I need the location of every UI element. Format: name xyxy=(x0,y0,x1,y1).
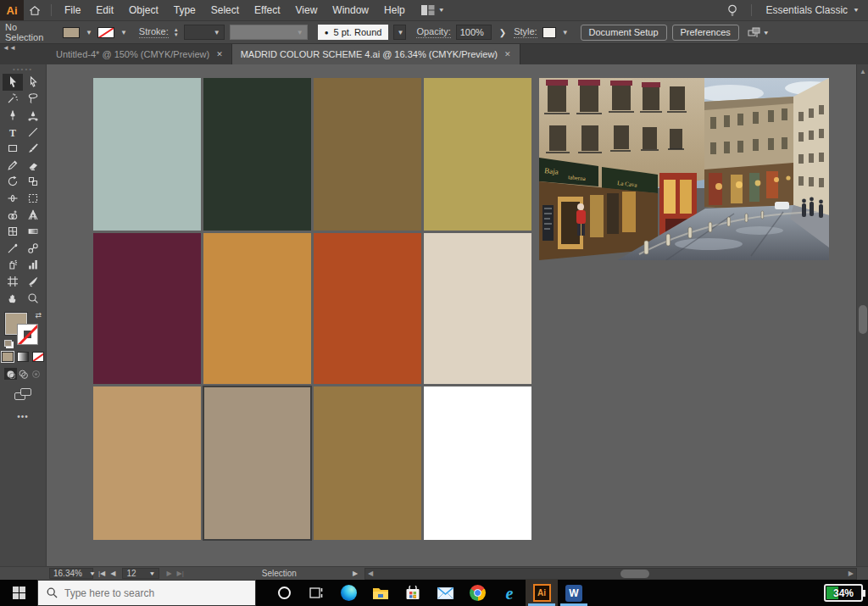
close-icon[interactable]: ✕ xyxy=(216,50,223,58)
illustrator-taskbar-button[interactable]: Ai xyxy=(526,580,558,606)
style-label[interactable]: Style: xyxy=(514,26,537,38)
last-artboard-button[interactable]: ▶| xyxy=(177,570,184,577)
next-artboard-button[interactable]: ▶ xyxy=(166,570,171,577)
chevron-down-icon[interactable]: ▼ xyxy=(562,29,569,36)
color-button[interactable] xyxy=(2,352,14,362)
vertical-scrollbar-thumb[interactable] xyxy=(859,305,867,334)
scroll-up-arrow[interactable]: ▲ xyxy=(857,68,868,75)
zoom-tool[interactable] xyxy=(23,290,43,307)
zoom-level-field[interactable]: 16.34% ▼ xyxy=(49,568,93,579)
pen-tool[interactable] xyxy=(3,107,23,124)
mesh-tool[interactable] xyxy=(3,223,23,240)
start-button[interactable] xyxy=(0,580,37,606)
chevron-down-icon[interactable]: ▼ xyxy=(86,29,92,36)
microsoft-store-button[interactable] xyxy=(397,580,429,606)
madrid-street-photo[interactable]: Baja taberna La Cava xyxy=(539,78,829,260)
scroll-right-arrow[interactable]: ▶ xyxy=(849,570,854,577)
stroke-weight-field[interactable]: ▼ xyxy=(184,25,225,40)
first-artboard-button[interactable]: |◀ xyxy=(98,570,105,577)
horizontal-scrollbar-thumb[interactable] xyxy=(620,570,649,578)
default-fill-stroke-icon[interactable] xyxy=(4,340,12,347)
panel-grip[interactable]: ••••• xyxy=(13,66,33,73)
colour-swatch-r1-c2[interactable] xyxy=(203,78,311,231)
tab-untitled-4[interactable]: Untitled-4* @ 150% (CMYK/Preview) ✕ xyxy=(47,44,232,64)
menu-edit[interactable]: Edit xyxy=(88,4,121,16)
align-panel-control[interactable]: ▼ xyxy=(748,27,770,38)
line-segment-tool[interactable] xyxy=(23,124,43,141)
pencil-tool[interactable] xyxy=(3,157,23,174)
artboard-tool[interactable] xyxy=(3,273,23,290)
edit-toolbar-ellipsis[interactable]: ••• xyxy=(17,412,29,421)
draw-normal-icon[interactable] xyxy=(4,368,17,380)
lasso-tool[interactable] xyxy=(23,91,43,108)
previous-artboard-button[interactable]: ◀ xyxy=(110,570,115,577)
search-input[interactable] xyxy=(64,587,225,599)
status-flyout-arrow[interactable]: ▶ xyxy=(353,570,358,577)
stroke-weight-stepper[interactable]: ▲▼ xyxy=(174,27,179,37)
paintbrush-tool[interactable] xyxy=(23,140,43,157)
menu-effect[interactable]: Effect xyxy=(247,4,287,16)
lightbulb-icon[interactable] xyxy=(727,4,737,17)
colour-swatch-r3-c2[interactable] xyxy=(203,386,311,540)
home-icon[interactable] xyxy=(24,5,46,16)
file-explorer-button[interactable] xyxy=(364,580,397,606)
colour-swatch-r1-c3[interactable] xyxy=(314,78,421,231)
curvature-tool[interactable] xyxy=(23,107,43,124)
battery-indicator[interactable]: 34% xyxy=(824,584,863,602)
width-tool[interactable] xyxy=(3,190,23,207)
selection-tool[interactable] xyxy=(3,74,23,91)
rotate-tool[interactable] xyxy=(3,174,23,191)
tab-madrid-colour-scheme[interactable]: MADRID COLOUR SCHEME 4.ai @ 16.34% (CMYK… xyxy=(232,44,520,64)
stroke-indicator-none[interactable] xyxy=(17,324,38,345)
colour-swatch-r3-c4[interactable] xyxy=(424,386,531,540)
document-setup-button[interactable]: Document Setup xyxy=(581,25,667,41)
scale-tool[interactable] xyxy=(23,174,43,191)
draw-behind-icon[interactable] xyxy=(17,368,30,380)
chrome-button[interactable] xyxy=(461,580,493,606)
swap-fill-stroke-icon[interactable]: ⇄ xyxy=(35,311,42,320)
perspective-grid-tool[interactable] xyxy=(23,207,43,224)
type-tool[interactable]: T xyxy=(3,124,23,141)
menu-select[interactable]: Select xyxy=(203,4,247,16)
stroke-label[interactable]: Stroke: xyxy=(139,26,169,38)
opacity-field[interactable]: 100% xyxy=(456,25,492,40)
screen-mode-icon[interactable] xyxy=(14,388,31,400)
menu-object[interactable]: Object xyxy=(121,4,166,16)
fill-stroke-indicator[interactable]: ⇄ xyxy=(4,311,42,347)
opacity-panel-arrow[interactable]: ❯ xyxy=(497,28,509,37)
workspace-switcher[interactable]: Essentials Classic ▼ xyxy=(765,4,860,16)
cortana-button[interactable] xyxy=(268,580,300,606)
scroll-left-arrow[interactable]: ◀ xyxy=(368,570,373,577)
app-logo[interactable]: Ai xyxy=(0,0,24,20)
status-display[interactable]: Selection xyxy=(262,569,297,578)
fill-color-swatch[interactable] xyxy=(63,27,80,38)
eraser-tool[interactable] xyxy=(23,157,43,174)
menu-window[interactable]: Window xyxy=(325,4,376,16)
artboard-number-field[interactable]: 12 ▼ xyxy=(122,568,159,579)
rectangle-tool[interactable] xyxy=(3,140,23,157)
menu-view[interactable]: View xyxy=(288,4,326,16)
colour-swatch-r3-c3[interactable] xyxy=(314,386,421,540)
opacity-label[interactable]: Opacity: xyxy=(416,26,450,38)
close-icon[interactable]: ✕ xyxy=(504,50,511,58)
column-graph-tool[interactable] xyxy=(23,257,43,274)
word-taskbar-button[interactable]: W xyxy=(558,580,590,606)
vertical-scrollbar[interactable]: ▲ xyxy=(856,64,868,566)
stroke-color-swatch[interactable] xyxy=(97,27,114,38)
eyedropper-tool[interactable] xyxy=(3,240,23,257)
hand-tool[interactable] xyxy=(3,290,23,307)
horizontal-scrollbar[interactable]: ◀ ▶ xyxy=(364,568,857,580)
direct-selection-tool[interactable] xyxy=(23,74,43,91)
none-button[interactable] xyxy=(32,352,44,362)
edge-button[interactable] xyxy=(332,580,364,606)
colour-swatch-r2-c3[interactable] xyxy=(314,233,421,384)
colour-swatch-r1-c4[interactable] xyxy=(424,78,531,231)
task-view-button[interactable] xyxy=(300,580,332,606)
colour-swatch-r2-c2[interactable] xyxy=(203,233,311,384)
menu-file[interactable]: File xyxy=(57,4,88,16)
arrange-documents-control[interactable]: ▼ xyxy=(421,5,445,15)
brush-definition-field[interactable]: ● 5 pt. Round xyxy=(318,25,389,40)
mail-button[interactable] xyxy=(429,580,461,606)
brush-dropdown-button[interactable]: ▼ xyxy=(393,25,406,40)
blend-tool[interactable] xyxy=(23,240,43,257)
